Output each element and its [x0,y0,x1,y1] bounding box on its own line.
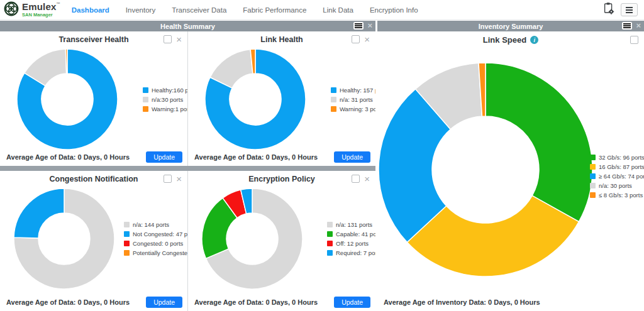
legend-label: Not Congested: 47 ports [133,231,188,237]
update-button[interactable]: Update [334,151,370,163]
transceiver-health-title: Transceiver Health [0,31,187,44]
brand-name: Emulex™ [22,1,60,12]
link-speed-title: Link Speed [483,35,526,45]
update-button[interactable]: Update [146,297,182,308]
legend-item[interactable]: Off: 12 ports [327,240,375,247]
legend-item[interactable]: Not Congested: 47 ports [124,231,188,237]
nav-item-transceiver-data[interactable]: Transceiver Data [172,6,226,14]
transceiver-health-donut-chart[interactable] [17,49,118,152]
legend-label: Warning:1 port [152,106,188,112]
legend-label: n/a:30 ports [152,96,183,103]
legend-item[interactable]: Congested: 0 ports [124,240,188,247]
legend-item[interactable]: ≥ 64 Gb/s: 74 ports [590,173,644,180]
widget-footer: Average Age of Data: 0 Days, 0 Hours Upd… [194,297,370,308]
legend-item[interactable]: n/a: 131 ports [327,221,375,228]
legend-item[interactable]: ≤ 8 Gb/s: 3 ports [590,192,644,199]
legend-swatch [143,97,148,102]
widget-close-icon[interactable]: × [364,175,370,182]
legend-item[interactable]: Potentially Congested: ... [124,249,188,256]
row-divider [0,166,375,171]
encryption-policy-title: Encryption Policy [188,171,375,183]
donut-slice[interactable] [486,63,592,222]
legend-label: Healthy: 157 ports [340,87,375,94]
link-speed-widget: Link Speed i 32 Gb/s: 96 ports16 Gb/s: 8… [377,31,644,311]
top-nav-bar: Emulex™ SAN Manager Dashboard Inventory … [0,0,644,20]
widget-footer: Average Age of Data: 0 Days, 0 Hours Upd… [194,151,370,163]
encryption-legend: n/a: 131 portsCapable: 41 portsOff: 12 p… [327,186,375,292]
widget-checkbox[interactable] [164,35,172,43]
nav-item-inventory[interactable]: Inventory [126,6,155,14]
app-menu-button[interactable] [621,3,638,16]
legend-swatch [590,164,596,170]
top-actions [603,2,638,18]
congestion-notification-title: Congestion Notification [0,171,187,183]
nav-item-encryption-info[interactable]: Encryption Info [370,6,418,14]
legend-swatch [143,106,148,112]
inventory-footer: Average Age of Inventory Data: 0 Days, 0… [384,296,540,307]
health-header-actions: × [353,22,372,30]
update-button[interactable]: Update [334,297,370,308]
nav-item-dashboard[interactable]: Dashboard [72,6,109,14]
legend-item[interactable]: Capable: 41 ports [327,231,375,237]
legend-swatch [590,183,596,188]
widget-controls: × [352,175,370,183]
legend-item[interactable]: n/a: 30 ports [590,182,644,189]
legend-swatch [124,222,130,227]
encryption-donut-chart[interactable] [202,188,303,292]
update-button[interactable]: Update [146,151,182,163]
legend-label: Warning: 3 ports [340,106,375,112]
panel-close-icon[interactable]: × [367,22,372,30]
legend-item[interactable]: Required: 7 ports [327,249,375,256]
widget-footer: Average Age of Data: 0 Days, 0 Hours Upd… [6,297,182,308]
legend-item[interactable]: 32 Gb/s: 96 ports [590,154,644,161]
widget-close-icon[interactable]: × [176,36,182,43]
legend-item[interactable]: Healthy:160 ports [143,87,188,94]
report-clipboard-gear-icon[interactable] [603,2,614,18]
widget-checkbox[interactable] [164,175,172,183]
legend-item[interactable]: n/a:30 ports [143,96,188,103]
legend-label: Capable: 41 ports [336,231,375,237]
widget-checkbox[interactable] [630,36,638,44]
nav-item-link-data[interactable]: Link Data [323,6,353,14]
legend-swatch [327,222,333,227]
widget-close-icon[interactable]: × [364,36,370,43]
legend-swatch [327,250,333,256]
legend-item[interactable]: Healthy: 157 ports [331,87,375,94]
panel-menu-icon[interactable] [622,22,632,30]
info-icon[interactable]: i [530,36,538,44]
legend-item[interactable]: n/a: 144 ports [124,221,188,228]
link-speed-donut-chart[interactable] [379,63,592,279]
inventory-summary-title: Inventory Summary [479,23,543,30]
legend-swatch [327,241,333,246]
legend-swatch [331,106,336,112]
panel-close-icon[interactable]: × [636,22,641,30]
link-health-donut-chart[interactable] [205,49,306,152]
legend-label: Congested: 0 ports [133,240,183,247]
panel-menu-icon[interactable] [353,22,364,30]
health-summary-header[interactable]: Health Summary × [0,21,375,31]
average-age-text: Average Age of Data: 0 Days, 0 Hours [194,153,318,161]
legend-item[interactable]: 16 Gb/s: 87 ports [590,163,644,170]
legend-item[interactable]: n/a: 31 ports [331,96,375,103]
widget-controls: × [164,175,182,183]
main-nav: Dashboard Inventory Transceiver Data Fab… [72,6,418,14]
legend-item[interactable]: Warning: 3 ports [331,106,375,112]
legend-swatch [124,231,130,237]
nav-item-fabric-performance[interactable]: Fabric Performance [243,6,306,14]
inventory-summary-header[interactable]: Inventory Summary × [377,21,644,31]
donut-slice[interactable] [65,49,67,74]
congestion-notification-widget: Congestion Notification × n/a: 144 ports… [0,171,188,311]
widget-checkbox[interactable] [352,175,360,183]
congestion-donut-chart[interactable] [14,188,114,292]
widget-checkbox[interactable] [352,35,360,43]
transceiver-health-widget: Transceiver Health × Healthy:160 portsn/… [0,31,188,166]
legend-item[interactable]: Warning:1 port [143,106,188,112]
widget-close-icon[interactable]: × [176,175,182,182]
link-speed-title-row: Link Speed i [377,31,644,45]
legend-label: 32 Gb/s: 96 ports [599,154,644,161]
congestion-legend: n/a: 144 portsNot Congested: 47 portsCon… [124,186,188,292]
donut-slice[interactable] [14,188,64,238]
legend-label: 16 Gb/s: 87 ports [599,163,644,170]
legend-swatch [331,97,336,102]
legend-swatch [590,155,596,160]
